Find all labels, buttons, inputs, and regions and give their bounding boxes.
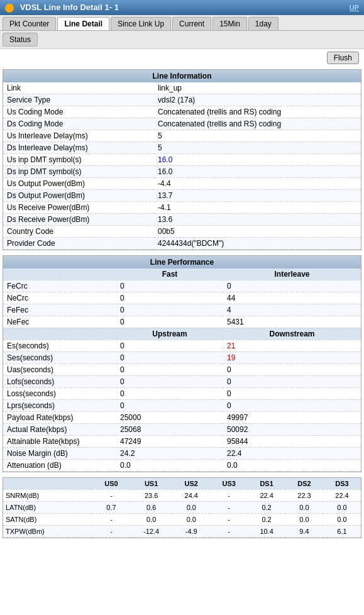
snrm-row: TXPW(dBm)--12.4-4.9-10.49.46.1	[3, 525, 361, 537]
snrm-row: SATN(dB)-0.00.0-0.20.00.0	[3, 513, 361, 525]
perf-row: Loss(seconds)00	[3, 387, 361, 399]
tab-line-detail[interactable]: Line Detail	[57, 17, 109, 30]
page-title: VDSL Line Info Detail 1- 1	[20, 3, 119, 12]
info-label: Us Interleave Delay(ms)	[3, 130, 154, 141]
snrm-table: US0US1US2US3DS1DS2DS3 SNRM(dB)-23.624.4-…	[3, 478, 361, 538]
perf-row: Ses(seconds)019	[3, 352, 361, 363]
line-info-header: Line Information	[3, 70, 361, 82]
snrm-col-header	[3, 478, 92, 490]
snrm-row: LATN(dB)0.70.60.0-0.20.00.0	[3, 501, 361, 513]
perf-row: Payload Rate(kbps)2500049997	[3, 411, 361, 423]
snrm-col-header: US1	[130, 478, 172, 490]
line-info-table: Linklink_upService Typevdsl2 (17a)Us Cod…	[3, 82, 361, 250]
tab-status[interactable]: Status	[3, 33, 38, 47]
info-label: Ds Coding Mode	[3, 118, 154, 130]
upstream-header: Upstream	[116, 328, 223, 340]
perf-row: Actual Rate(kbps)2506850092	[3, 423, 361, 435]
flush-row: Flush	[0, 49, 364, 67]
line-perf-table: FastInterleaveFeCrc00NeCrc044FeFec04NeFe…	[3, 269, 361, 472]
info-value: 5	[154, 141, 361, 153]
info-label: Service Type	[3, 94, 154, 106]
info-value: -4.1	[154, 201, 361, 213]
info-value: 13.6	[154, 213, 361, 225]
line-perf-section: Line Performance FastInterleaveFeCrc00Ne…	[3, 255, 361, 472]
info-value: 4244434d("BDCM")	[154, 237, 361, 249]
nav-tabs: Pkt Counter Line Detail Since Link Up Cu…	[0, 15, 364, 31]
perf-row: Attainable Rate(kbps)4724995844	[3, 435, 361, 447]
perf-row: Es(seconds)021	[3, 340, 361, 352]
tab-pkt-counter[interactable]: Pkt Counter	[3, 17, 56, 30]
snrm-col-header: DS2	[285, 478, 323, 490]
info-value: -4.4	[154, 177, 361, 189]
snrm-col-header: US3	[210, 478, 248, 490]
info-label: Ds inp DMT symbol(s)	[3, 165, 154, 177]
info-label: Us Output Power(dBm)	[3, 177, 154, 189]
line-perf-header: Line Performance	[3, 256, 361, 269]
info-value: vdsl2 (17a)	[154, 94, 361, 106]
perf-row: FeCrc00	[3, 280, 361, 292]
perf-row: Lprs(seconds)00	[3, 399, 361, 411]
tab-current[interactable]: Current	[172, 17, 211, 30]
snrm-col-header: DS3	[323, 478, 361, 490]
info-label: Us Coding Mode	[3, 106, 154, 118]
snrm-col-header: US2	[172, 478, 210, 490]
perf-row: Attenuation (dB)0.00.0	[3, 459, 361, 471]
line-info-section: Line Information Linklink_upService Type…	[3, 69, 361, 250]
info-value: Concatenated (trellis and RS) coding	[154, 106, 361, 118]
perf-row: NeCrc044	[3, 292, 361, 304]
status-row: Status	[0, 31, 364, 49]
perf-row: Noise Margin (dB)24.222.4	[3, 447, 361, 459]
info-label: Ds Output Power(dBm)	[3, 189, 154, 201]
perf-row: Lofs(seconds)00	[3, 375, 361, 387]
perf-row: FeFec04	[3, 304, 361, 316]
tab-1day[interactable]: 1day	[248, 17, 279, 30]
info-value: 5	[154, 130, 361, 141]
snrm-col-header: DS1	[248, 478, 285, 490]
tab-since-link-up[interactable]: Since Link Up	[111, 17, 171, 30]
info-label: Country Code	[3, 225, 154, 237]
info-value: 13.7	[154, 189, 361, 201]
info-label: Ds Receive Power(dBm)	[3, 213, 154, 225]
info-value: 16.0	[154, 153, 361, 165]
info-label: Us inp DMT symbol(s)	[3, 153, 154, 165]
snrm-section: US0US1US2US3DS1DS2DS3 SNRM(dB)-23.624.4-…	[3, 477, 361, 538]
perf-row: Uas(seconds)00	[3, 363, 361, 375]
title-bar: VDSL Line Info Detail 1- 1 UP	[0, 0, 364, 15]
status-dot	[5, 4, 14, 13]
up-link[interactable]: UP	[350, 4, 359, 11]
info-value: link_up	[154, 82, 361, 94]
info-label: Us Receive Power(dBm)	[3, 201, 154, 213]
perf-row: NeFec05431	[3, 316, 361, 328]
fast-header: Fast	[116, 269, 223, 280]
info-label: Provider Code	[3, 237, 154, 249]
info-value: Concatenated (trellis and RS) coding	[154, 118, 361, 130]
info-label: Link	[3, 82, 154, 94]
snrm-col-header: US0	[92, 478, 130, 490]
downstream-header: Downstream	[223, 328, 361, 340]
snrm-row: SNRM(dB)-23.624.4-22.422.322.4	[3, 489, 361, 501]
interleave-header: Interleave	[223, 269, 361, 280]
info-label: Ds Interleave Delay(ms)	[3, 141, 154, 153]
tab-15min[interactable]: 15Min	[212, 17, 247, 30]
flush-button[interactable]: Flush	[327, 52, 359, 64]
info-value: 16.0	[154, 165, 361, 177]
info-value: 00b5	[154, 225, 361, 237]
